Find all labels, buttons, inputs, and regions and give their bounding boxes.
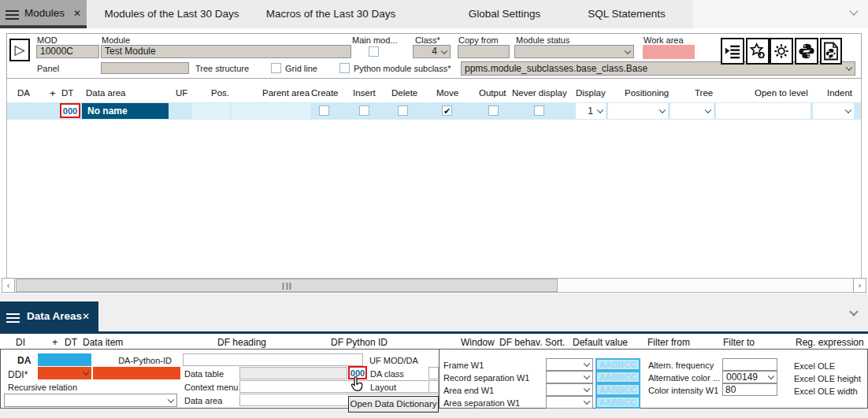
ddi-dropdown[interactable]: [38, 367, 91, 379]
row-output-checkbox[interactable]: [488, 105, 499, 116]
copy-from-field[interactable]: [458, 45, 510, 58]
tab-modules[interactable]: Modules ✕: [0, 0, 87, 28]
hamburger-icon[interactable]: [6, 9, 19, 23]
col-dt: DT: [61, 88, 73, 98]
panel-field[interactable]: [101, 62, 189, 74]
alternative-color-value: 000149: [726, 372, 758, 383]
row-positioning-dropdown[interactable]: [608, 103, 668, 119]
add-dt-button[interactable]: +: [50, 87, 56, 99]
python-button[interactable]: [795, 38, 818, 65]
da-label: DA: [17, 355, 31, 366]
area-separation-w1-dropdown[interactable]: [546, 396, 593, 409]
run-list-icon: [724, 43, 741, 60]
tab-global-settings[interactable]: Global Settings: [455, 0, 554, 28]
record-separation-w1-dropdown[interactable]: [546, 371, 593, 383]
grid-line-label: Grid line: [285, 64, 317, 73]
row-delete-checkbox[interactable]: [398, 105, 408, 116]
tab-macros-30-days[interactable]: Macros of the Last 30 Days: [256, 0, 406, 28]
tabbar-collapse-chevron-icon[interactable]: [851, 3, 857, 17]
area-end-w1-dropdown[interactable]: [546, 383, 593, 396]
da-color-field[interactable]: [38, 353, 91, 366]
tab-modules-30-days[interactable]: Modules of the Last 30 Days: [93, 0, 250, 28]
da-class-field[interactable]: [428, 367, 439, 379]
row-indent-dropdown[interactable]: [813, 103, 854, 119]
add-dt-button-bottom[interactable]: +: [52, 336, 58, 348]
tab-close-icon[interactable]: ✕: [82, 311, 90, 322]
row-open-to-level-field[interactable]: [716, 103, 811, 119]
da-python-id-label: DA-Python-ID: [118, 356, 172, 365]
python-icon: [798, 43, 815, 60]
data-table-label: Data table: [184, 369, 224, 379]
settings-button[interactable]: [770, 38, 793, 65]
mod-field[interactable]: 10000C: [36, 45, 99, 58]
record-separation-color-badge[interactable]: AABBCC: [595, 371, 640, 383]
hscroll-left-button[interactable]: ‹: [2, 278, 15, 293]
class-value: 4: [432, 46, 437, 57]
excel-ole-width-label: Excel OLE width: [794, 387, 858, 396]
tab-data-areas[interactable]: Data Areas ✕: [0, 301, 98, 331]
col-move: Move: [436, 88, 458, 98]
module-variants-button[interactable]: [746, 38, 770, 65]
run-module-button[interactable]: ▷: [9, 39, 30, 61]
da-class-label: DA class: [370, 369, 404, 379]
main-mod-checkbox[interactable]: [369, 46, 379, 57]
work-area-field[interactable]: [643, 45, 695, 59]
col-di: DI: [16, 337, 25, 348]
recursive-relation-label: Recursive relation: [8, 383, 77, 392]
col-display: Display: [576, 88, 606, 98]
frame-w1-dropdown[interactable]: [546, 358, 593, 371]
alternative-color-dropdown[interactable]: 000149: [722, 371, 777, 383]
row-tree-dropdown[interactable]: [670, 103, 714, 119]
tab-close-icon[interactable]: ✕: [73, 8, 81, 19]
layout-field[interactable]: [428, 380, 439, 393]
row-move-checkbox[interactable]: ✔: [442, 105, 452, 116]
col-da: DA: [17, 88, 30, 98]
frame-w1-color-badge[interactable]: AABBCC: [595, 358, 640, 371]
ddi-label: DDI*: [8, 369, 28, 380]
layout-label: Layout: [370, 383, 396, 392]
area-end-color-badge[interactable]: AABBCC: [595, 383, 640, 396]
data-table-field[interactable]: [239, 367, 347, 379]
color-intensity-w1-field[interactable]: 80: [722, 383, 777, 396]
module-field[interactable]: Test Module: [101, 45, 351, 58]
python-file-button[interactable]: [820, 38, 842, 65]
recursive-relation-dropdown[interactable]: [4, 394, 177, 407]
row-dt-code[interactable]: 000: [60, 103, 80, 118]
context-menu-label: Context menu: [184, 383, 238, 392]
python-subclass-checkbox[interactable]: [339, 63, 350, 73]
altern-frequency-field[interactable]: [722, 358, 777, 371]
da-python-id-field[interactable]: [183, 353, 363, 366]
context-menu-field[interactable]: [239, 380, 439, 393]
module-status-dropdown[interactable]: [514, 45, 634, 58]
area-separation-color-badge[interactable]: AABBCC: [595, 396, 640, 409]
col-output: Output: [479, 88, 506, 98]
tab-sql-statements[interactable]: SQL Statements: [573, 0, 680, 28]
panel-body-left-border: [0, 349, 1, 409]
hamburger-icon[interactable]: [6, 312, 20, 326]
col-pos: Pos.: [211, 88, 229, 98]
area-separation-w1-label: Area separation W1: [443, 398, 520, 408]
row-data-area-name[interactable]: No name: [82, 103, 169, 119]
row-display-dropdown[interactable]: 1: [576, 103, 606, 119]
row-insert-checkbox[interactable]: [359, 105, 369, 116]
run-list-button[interactable]: [721, 38, 744, 65]
row-pos-cell[interactable]: [192, 103, 230, 119]
row-parent-area-cell[interactable]: [232, 103, 310, 119]
col-data-area: Data area: [86, 88, 126, 98]
tab-bar-right-area: [693, 0, 868, 28]
mod-label: MOD: [37, 35, 57, 45]
class-dropdown[interactable]: 4: [413, 45, 451, 58]
col-dt-bottom: DT: [65, 337, 77, 348]
panel-section-divider: [439, 349, 440, 409]
row-display-value: 1: [588, 105, 593, 117]
ddi-field[interactable]: [93, 367, 180, 379]
col-indent: Indent: [827, 88, 852, 98]
col-insert: Insert: [353, 88, 376, 98]
grid-line-checkbox[interactable]: [271, 63, 281, 73]
row-create-checkbox[interactable]: [319, 105, 329, 116]
data-area-label: Data area: [184, 396, 222, 405]
hscroll-thumb[interactable]: [16, 279, 558, 292]
panel-collapse-chevron-icon[interactable]: [851, 304, 857, 318]
hscroll-right-button[interactable]: ›: [853, 278, 866, 293]
row-never-display-checkbox[interactable]: [534, 105, 544, 116]
